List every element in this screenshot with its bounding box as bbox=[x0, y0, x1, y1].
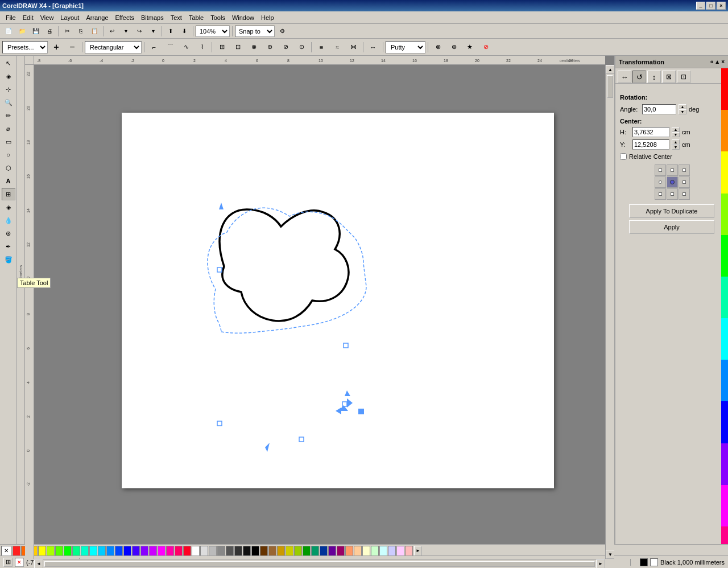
menu-help[interactable]: Help bbox=[258, 13, 278, 22]
redo-dropdown[interactable]: ▾ bbox=[147, 25, 159, 38]
eyedropper-tool[interactable]: 💧 bbox=[2, 214, 15, 227]
angle-input[interactable] bbox=[642, 104, 676, 114]
panel-tab-position[interactable]: ↔ bbox=[618, 71, 631, 83]
apply-button[interactable]: Apply bbox=[629, 220, 714, 234]
color-swatch[interactable] bbox=[183, 546, 191, 556]
scroll-up-button[interactable]: ▲ bbox=[606, 65, 614, 74]
scroll-thumb-h[interactable] bbox=[44, 561, 595, 567]
remove-preset-button[interactable]: − bbox=[65, 40, 80, 54]
interactive-fill[interactable]: ◈ bbox=[2, 201, 15, 213]
env-sym2[interactable]: ≈ bbox=[330, 40, 345, 54]
env-keep[interactable]: ↔ bbox=[366, 40, 380, 54]
color-swatch[interactable] bbox=[192, 546, 200, 556]
mode-select[interactable]: RectangularOriginalPutty bbox=[85, 41, 142, 53]
menu-bitmaps[interactable]: Bitmaps bbox=[138, 13, 167, 22]
color-swatch[interactable] bbox=[106, 546, 114, 556]
center-cell-tc[interactable] bbox=[667, 164, 678, 176]
zoom-tool[interactable]: 🔍 bbox=[2, 96, 15, 109]
color-swatch[interactable] bbox=[277, 546, 285, 556]
palette-scroll-right[interactable]: ► bbox=[414, 546, 422, 556]
color-swatch[interactable] bbox=[251, 546, 259, 556]
color-swatch[interactable] bbox=[55, 546, 63, 556]
color-swatch[interactable] bbox=[294, 546, 302, 556]
scroll-left-button[interactable]: ◄ bbox=[34, 559, 43, 569]
v-down[interactable]: ▼ bbox=[672, 145, 680, 150]
env-node1[interactable]: ⊡ bbox=[230, 40, 245, 54]
drawing-area[interactable] bbox=[122, 113, 554, 488]
menu-edit[interactable]: Edit bbox=[19, 13, 37, 22]
env-mode2[interactable]: ⌒ bbox=[163, 40, 177, 54]
fill-tool[interactable]: 🪣 bbox=[2, 253, 15, 266]
color-swatch[interactable] bbox=[311, 546, 319, 556]
env-create[interactable]: ★ bbox=[462, 40, 477, 54]
color-swatch[interactable] bbox=[115, 546, 123, 556]
env-constrain[interactable]: ⊞ bbox=[214, 40, 229, 54]
color-swatch[interactable] bbox=[379, 546, 387, 556]
env-node4[interactable]: ⊘ bbox=[278, 40, 293, 54]
menu-tools[interactable]: Tools bbox=[207, 13, 229, 22]
center-cell-br[interactable] bbox=[679, 188, 690, 200]
panel-arrow-left[interactable]: « bbox=[710, 59, 714, 65]
env-no-apply[interactable]: ⊘ bbox=[478, 40, 493, 54]
env-mode3[interactable]: ∿ bbox=[179, 40, 193, 54]
env-sym3[interactable]: ⋈ bbox=[346, 40, 361, 54]
vertical-scrollbar[interactable]: ▲ ▼ bbox=[605, 65, 614, 559]
menu-table[interactable]: Table bbox=[185, 13, 207, 22]
menu-text[interactable]: Text bbox=[167, 13, 185, 22]
color-swatch[interactable] bbox=[260, 546, 268, 556]
panel-expand[interactable]: ▲ bbox=[714, 59, 720, 65]
v-input[interactable] bbox=[632, 139, 669, 150]
center-cell-tl[interactable] bbox=[655, 164, 666, 176]
import-button[interactable]: ⬆ bbox=[164, 25, 177, 38]
color-swatch[interactable] bbox=[217, 546, 225, 556]
env-node5[interactable]: ⊙ bbox=[294, 40, 309, 54]
relative-center-checkbox[interactable] bbox=[620, 153, 627, 160]
color-swatch[interactable] bbox=[354, 546, 362, 556]
presets-select[interactable]: Presets... bbox=[2, 41, 48, 53]
env-node2[interactable]: ⊗ bbox=[246, 40, 261, 54]
color-swatch[interactable] bbox=[226, 546, 234, 556]
undo-button[interactable]: ↩ bbox=[106, 25, 118, 38]
env-mode4[interactable]: ⌇ bbox=[195, 40, 209, 54]
color-swatch[interactable] bbox=[98, 546, 106, 556]
zoom-select[interactable]: 104%100%75%50% bbox=[196, 26, 230, 37]
env-mode1[interactable]: ⌐ bbox=[147, 40, 162, 54]
color-swatch[interactable] bbox=[149, 546, 157, 556]
v-spinner[interactable]: ▲ ▼ bbox=[672, 139, 680, 150]
node-edit-tool[interactable]: ◈ bbox=[2, 70, 15, 83]
color-swatch[interactable] bbox=[286, 546, 293, 556]
color-swatch[interactable] bbox=[166, 546, 174, 556]
new-button[interactable]: 📄 bbox=[2, 25, 15, 38]
color-swatch[interactable] bbox=[371, 546, 379, 556]
center-cell-ml[interactable] bbox=[655, 176, 666, 188]
menu-layout[interactable]: Layout bbox=[57, 13, 82, 22]
paste-button[interactable]: 📋 bbox=[88, 25, 101, 38]
blend-tool[interactable]: ⊛ bbox=[2, 227, 15, 240]
putty-select[interactable]: PuttyNone bbox=[386, 41, 425, 53]
color-swatch[interactable] bbox=[337, 546, 345, 556]
close-button[interactable]: × bbox=[717, 2, 726, 10]
color-swatch[interactable] bbox=[234, 546, 242, 556]
center-cell-bl[interactable] bbox=[655, 188, 666, 200]
color-swatch[interactable] bbox=[175, 546, 183, 556]
undo-dropdown[interactable]: ▾ bbox=[119, 25, 132, 38]
minimize-button[interactable]: _ bbox=[696, 2, 705, 10]
panel-tab-skew[interactable]: ⊠ bbox=[662, 71, 676, 83]
color-swatch[interactable] bbox=[158, 546, 166, 556]
color-swatch[interactable] bbox=[140, 546, 148, 556]
open-button[interactable]: 📁 bbox=[16, 25, 28, 38]
snap-settings[interactable]: ⚙ bbox=[276, 25, 288, 38]
env-clear[interactable]: ⊗ bbox=[431, 40, 445, 54]
h-up[interactable]: ▲ bbox=[672, 127, 680, 132]
env-sym1[interactable]: ≡ bbox=[314, 40, 329, 54]
color-swatch[interactable] bbox=[268, 546, 276, 556]
text-tool[interactable]: A bbox=[2, 175, 15, 187]
color-swatch[interactable] bbox=[89, 546, 97, 556]
color-swatch[interactable] bbox=[243, 546, 251, 556]
scroll-down-button[interactable]: ▼ bbox=[606, 550, 614, 559]
h-down[interactable]: ▼ bbox=[672, 132, 680, 137]
ellipse-tool[interactable]: ○ bbox=[2, 149, 15, 161]
color-swatch[interactable] bbox=[200, 546, 208, 556]
export-button[interactable]: ⬇ bbox=[178, 25, 191, 38]
menu-arrange[interactable]: Arrange bbox=[82, 13, 111, 22]
